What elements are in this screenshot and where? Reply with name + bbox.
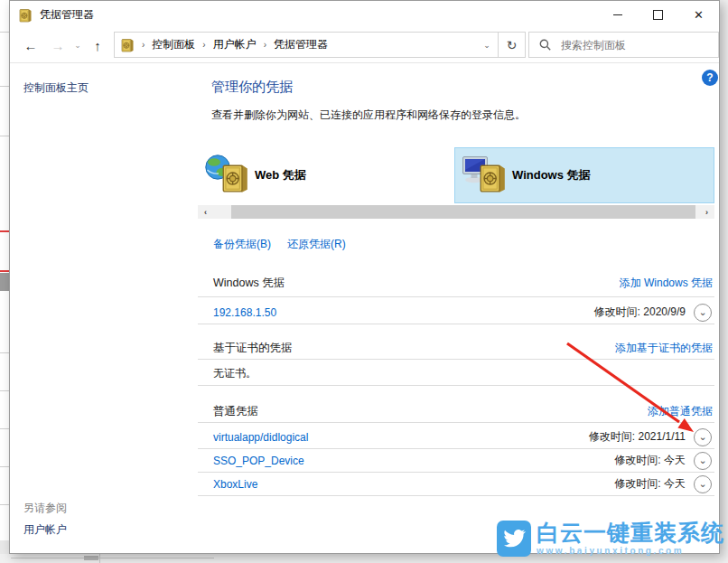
credential-row: SSO_POP_Device 修改时间: 今天 ⌄ [198,449,714,472]
credential-manager-window: 凭据管理器 ✕ ← → ⌄ ↑ › 控制面板 › 用户帐户 › 凭据管理器 ⌄ … [9,0,720,554]
web-credentials-icon [204,154,251,197]
scroll-left-icon[interactable]: ‹ [198,205,213,219]
credential-row: virtualapp/didlogical 修改时间: 2021/1/11 ⌄ [198,426,714,448]
divider [198,495,714,496]
modified-time: 修改时间: 2020/9/9 [594,305,686,320]
page-subtitle: 查看并删除你为网站、已连接的应用程序和网络保存的登录信息。 [211,108,526,123]
search-input[interactable] [559,38,698,52]
maximize-icon [653,10,663,20]
breadcrumb-credential-manager[interactable]: 凭据管理器 [274,37,328,52]
credential-name-link[interactable]: 192.168.1.50 [213,306,276,319]
tab-label: Web 凭据 [255,167,306,183]
see-also-heading: 另请参阅 [23,501,67,516]
credential-name-link[interactable]: SSO_POP_Device [213,455,304,467]
section-title: 基于证书的凭据 [213,341,293,356]
section-windows-credentials: Windows 凭据 添加 Windows 凭据 [198,275,714,291]
address-dropdown-icon[interactable]: ⌄ [476,41,498,50]
tab-windows-credentials[interactable]: Windows 凭据 [454,147,714,203]
minimize-button[interactable] [597,1,638,29]
expand-chevron-button[interactable]: ⌄ [694,475,712,493]
scroll-right-icon[interactable]: › [699,205,714,219]
modified-time: 修改时间: 今天 [614,476,686,492]
sidebar-item-control-panel-home[interactable]: 控制面板主页 [23,80,89,96]
divider [198,385,714,386]
minimize-icon [613,14,622,15]
expand-chevron-button[interactable]: ⌄ [694,428,712,446]
background-taskbar-strip [0,554,728,563]
tab-label: Windows 凭据 [512,167,591,183]
divider [198,422,714,423]
scrollbar-track[interactable] [213,205,699,219]
modified-time: 修改时间: 今天 [614,453,686,468]
address-safe-icon [120,38,135,52]
help-button[interactable]: ? [702,70,718,86]
add-certificate-credential-link[interactable]: 添加基于证书的凭据 [615,341,713,356]
maximize-button[interactable] [638,1,678,29]
breadcrumb-separator-icon: › [257,40,274,50]
navigation-bar: ← → ⌄ ↑ › 控制面板 › 用户帐户 › 凭据管理器 ⌄ ↻ [10,29,719,63]
expand-chevron-button[interactable]: ⌄ [694,304,712,322]
search-box[interactable] [528,32,719,58]
address-bar[interactable]: › 控制面板 › 用户帐户 › 凭据管理器 ⌄ ↻ [114,32,526,58]
add-generic-credential-link[interactable]: 添加普通凭据 [648,404,713,419]
credential-name-link[interactable]: XboxLive [213,478,257,491]
close-icon: ✕ [694,9,704,21]
credential-row: XboxLive 修改时间: 今天 ⌄ [198,473,714,495]
divider [198,324,714,324]
search-icon [539,39,551,51]
section-title: Windows 凭据 [213,276,285,291]
back-button[interactable]: ← [19,29,42,61]
backup-credentials-link[interactable]: 备份凭据(B) [213,237,271,252]
horizontal-scrollbar[interactable]: ‹ › [198,205,714,219]
breadcrumb-separator-icon: › [195,40,212,50]
section-certificate-credentials: 基于证书的凭据 添加基于证书的凭据 [198,340,714,356]
section-title: 普通凭据 [213,404,258,419]
add-windows-credential-link[interactable]: 添加 Windows 凭据 [620,276,713,291]
forward-button[interactable]: → [46,29,70,61]
page-title: 管理你的凭据 [211,79,293,96]
refresh-button[interactable]: ↻ [498,33,525,57]
history-dropdown-icon[interactable]: ⌄ [70,29,85,61]
breadcrumb-user-accounts[interactable]: 用户帐户 [213,37,257,52]
credential-row: 192.168.1.50 修改时间: 2020/9/9 ⌄ [198,301,714,324]
expand-chevron-button[interactable]: ⌄ [694,452,712,470]
up-button[interactable]: ↑ [86,29,109,61]
section-generic-credentials: 普通凭据 添加普通凭据 [198,403,714,419]
close-button[interactable]: ✕ [678,1,719,29]
breadcrumb-separator-icon: › [135,40,152,50]
windows-credentials-icon [462,154,509,197]
app-safe-icon [18,8,33,23]
tab-web-credentials[interactable]: Web 凭据 [198,147,451,203]
credential-name-link[interactable]: virtualapp/didlogical [213,431,308,444]
sidebar-item-user-accounts[interactable]: 用户帐户 [23,522,67,538]
breadcrumb-control-panel[interactable]: 控制面板 [152,37,195,52]
modified-time: 修改时间: 2021/1/11 [589,429,686,445]
divider [198,296,714,297]
window-title: 凭据管理器 [40,7,94,23]
divider [198,359,714,360]
no-certificates-text: 无证书。 [213,366,257,381]
restore-credentials-link[interactable]: 还原凭据(R) [287,237,346,252]
scrollbar-thumb[interactable] [231,205,695,219]
